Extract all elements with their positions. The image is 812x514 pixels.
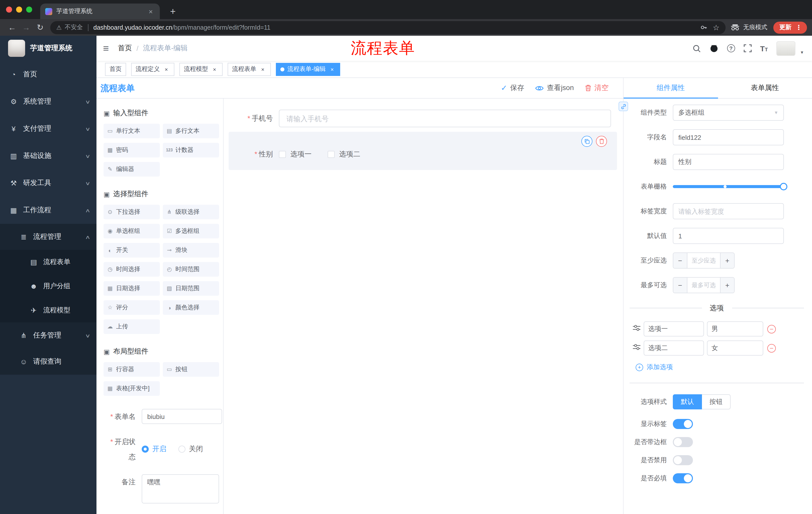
- forward-icon[interactable]: →: [19, 23, 33, 31]
- tag-close-icon[interactable]: ×: [163, 66, 170, 72]
- tag-home[interactable]: 首页: [105, 63, 126, 76]
- palette-item-radio-group[interactable]: ◉单选框组: [104, 224, 160, 238]
- minimize-window-button[interactable]: [16, 6, 22, 12]
- required-toggle[interactable]: [673, 473, 693, 483]
- save-button[interactable]: ✓ 保存: [501, 83, 524, 92]
- palette-item-password[interactable]: ▩密码: [104, 143, 160, 157]
- palette-item-time-picker[interactable]: ◷时间选择: [104, 262, 160, 277]
- browser-update-button[interactable]: 更新 ⋮: [773, 21, 807, 33]
- form-canvas[interactable]: 手机号: [224, 99, 623, 514]
- gender-option-1-checkbox[interactable]: 选项一: [279, 150, 312, 159]
- show-label-toggle[interactable]: [673, 419, 693, 429]
- app-logo[interactable]: 芋道管理系统: [0, 36, 96, 61]
- title-input[interactable]: [673, 154, 784, 170]
- sidebar-item-process-form[interactable]: ▤ 流程表单: [0, 250, 96, 274]
- decrease-button[interactable]: −: [673, 278, 687, 293]
- palette-item-single-text[interactable]: ▭单行文本: [104, 124, 160, 138]
- sidebar-item-process-model[interactable]: ✈ 流程模型: [0, 298, 96, 322]
- fullscreen-icon[interactable]: [744, 44, 752, 52]
- component-type-select[interactable]: 多选框组 ▼: [673, 105, 784, 121]
- sidebar-item-workflow[interactable]: ▦ 工作流程 ∧: [0, 197, 96, 224]
- increase-button[interactable]: +: [720, 253, 734, 268]
- maximize-window-button[interactable]: [26, 6, 32, 12]
- sidebar-item-system[interactable]: ⚙ 系统管理 ∨: [0, 88, 96, 115]
- tag-process-model[interactable]: 流程模型 ×: [179, 63, 223, 76]
- key-icon[interactable]: [700, 24, 707, 31]
- option-name-input[interactable]: [644, 321, 704, 336]
- tag-process-form-edit[interactable]: 流程表单-编辑 ×: [276, 63, 340, 76]
- palette-item-time-range[interactable]: ◴时间范围: [163, 262, 219, 277]
- max-select-value[interactable]: 最多可选: [687, 278, 720, 293]
- sidebar-item-infrastructure[interactable]: ▥ 基础设施 ∨: [0, 142, 96, 169]
- tab-component-props[interactable]: 组件属性: [624, 78, 718, 98]
- gender-option-2-checkbox[interactable]: 选项二: [328, 150, 360, 159]
- selected-component-gender[interactable]: 性别 选项一 选项二: [229, 132, 617, 170]
- palette-item-rate[interactable]: ☆评分: [104, 300, 160, 315]
- phone-field[interactable]: 手机号: [229, 110, 617, 127]
- style-default-button[interactable]: 默认: [673, 394, 702, 409]
- style-button-button[interactable]: 按钮: [702, 394, 731, 409]
- font-size-icon[interactable]: TT: [760, 45, 768, 52]
- slider-track[interactable]: [673, 185, 784, 188]
- sidebar-item-task-management[interactable]: ⋔ 任务管理 ∨: [0, 322, 96, 349]
- remove-option-icon[interactable]: −: [767, 344, 776, 352]
- view-json-button[interactable]: 查看json: [535, 83, 574, 92]
- palette-item-select[interactable]: ⊙下拉选择: [104, 205, 160, 219]
- address-bar[interactable]: ⚠ 不安全 dashboard.yudao.iocoder.cn/bpm/man…: [50, 21, 726, 34]
- palette-item-switch[interactable]: ◐开关: [104, 243, 160, 258]
- add-option-button[interactable]: + 添加选项: [629, 362, 806, 372]
- drag-handle-icon[interactable]: [633, 324, 641, 334]
- help-icon[interactable]: ?: [727, 44, 735, 52]
- option-name-input[interactable]: [644, 341, 704, 356]
- sidebar-item-payment[interactable]: ¥ 支付管理 ∨: [0, 115, 96, 142]
- palette-item-row-container[interactable]: ⊞行容器: [104, 362, 160, 377]
- search-icon[interactable]: [692, 44, 701, 53]
- browser-menu-icon[interactable]: ⋮: [795, 24, 802, 31]
- delete-component-button[interactable]: [596, 136, 607, 147]
- palette-item-color-picker[interactable]: ◑颜色选择: [163, 300, 219, 315]
- copy-component-button[interactable]: [581, 136, 592, 147]
- tag-close-icon[interactable]: ×: [211, 66, 218, 72]
- palette-item-checkbox-group[interactable]: ☑多选框组: [163, 224, 219, 238]
- min-select-value[interactable]: 至少应选: [687, 253, 720, 268]
- phone-input[interactable]: [279, 110, 611, 127]
- palette-item-editor[interactable]: ✎编辑器: [104, 162, 160, 177]
- sidebar-collapse-icon[interactable]: ≡: [103, 43, 109, 53]
- status-on-radio[interactable]: 开启: [142, 444, 166, 454]
- link-icon[interactable]: [618, 102, 628, 111]
- field-name-input[interactable]: [673, 129, 784, 145]
- reload-icon[interactable]: ↻: [33, 23, 47, 31]
- breadcrumb-home[interactable]: 首页: [118, 44, 132, 53]
- clear-button[interactable]: 清空: [585, 83, 609, 92]
- palette-item-date-picker[interactable]: ▦日期选择: [104, 281, 160, 296]
- palette-item-slider[interactable]: ⊸滑块: [163, 243, 219, 258]
- sidebar-item-user-group[interactable]: ☻ 用户分组: [0, 274, 96, 298]
- status-off-radio[interactable]: 关闭: [178, 444, 203, 454]
- user-avatar[interactable]: [776, 41, 795, 56]
- github-icon[interactable]: [709, 44, 719, 53]
- palette-item-counter[interactable]: 123计数器: [163, 143, 219, 157]
- avatar-caret-icon[interactable]: ▼: [800, 50, 804, 56]
- tag-process-definition[interactable]: 流程定义 ×: [131, 63, 174, 76]
- palette-item-cascader[interactable]: ⋔级联选择: [163, 205, 219, 219]
- option-value-input[interactable]: [707, 321, 763, 336]
- palette-item-table[interactable]: ▦表格[开发中]: [104, 381, 160, 396]
- close-window-button[interactable]: [6, 6, 12, 12]
- palette-item-multi-text[interactable]: ▤多行文本: [163, 124, 219, 138]
- default-value-input[interactable]: [673, 228, 784, 244]
- sidebar-item-home[interactable]: ◔ 首页: [0, 61, 96, 88]
- tag-close-icon[interactable]: ×: [259, 66, 266, 72]
- sidebar-item-devtools[interactable]: ⚒ 研发工具 ∨: [0, 169, 96, 197]
- disabled-toggle[interactable]: [673, 455, 693, 465]
- form-remark-textarea[interactable]: 嘿嘿: [142, 474, 219, 504]
- tab-form-props[interactable]: 表单属性: [718, 78, 812, 98]
- form-grid-slider[interactable]: [673, 179, 784, 195]
- remove-option-icon[interactable]: −: [767, 325, 776, 333]
- option-value-input[interactable]: [707, 341, 763, 356]
- back-icon[interactable]: ←: [5, 23, 19, 31]
- bookmark-star-icon[interactable]: ☆: [713, 23, 720, 32]
- tag-close-icon[interactable]: ×: [329, 66, 336, 72]
- tag-process-form[interactable]: 流程表单 ×: [228, 63, 271, 76]
- sidebar-item-process-management[interactable]: ≣ 流程管理 ∧: [0, 224, 96, 250]
- palette-item-upload[interactable]: ☁上传: [104, 319, 160, 334]
